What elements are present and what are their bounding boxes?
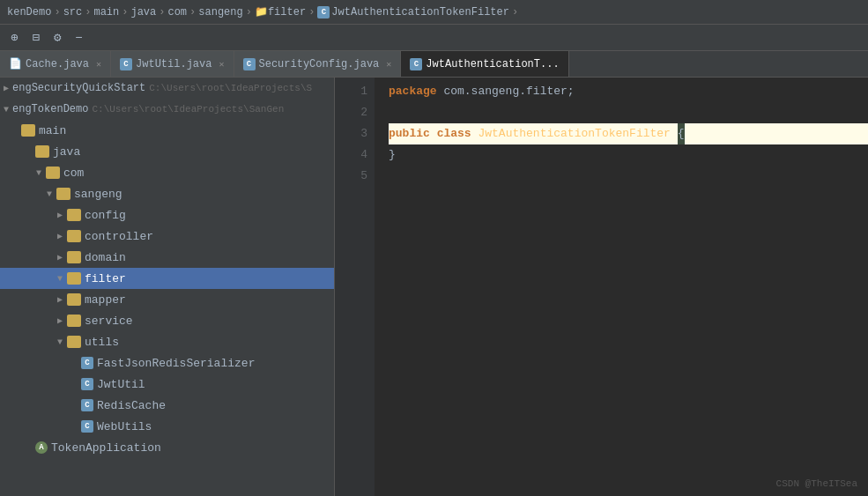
tree-item-WebUtils[interactable]: C WebUtils (0, 416, 334, 437)
folder-icon (67, 272, 81, 285)
folder-icon (67, 209, 81, 221)
tab-jwtutil[interactable]: C JwtUtil.java ✕ (111, 51, 234, 77)
tree-arrow: ▶ (53, 315, 67, 326)
split-button[interactable]: ⊟ (28, 28, 42, 47)
tab-bar: 📄 Cache.java ✕ C JwtUtil.java ✕ C Securi… (0, 51, 868, 78)
tree-label: TokenApplication (51, 441, 161, 455)
tree-item-main[interactable]: main (0, 120, 334, 141)
code-line-2 (389, 102, 868, 123)
tab-close-button[interactable]: ✕ (386, 59, 391, 70)
line-num-5: 5 (335, 166, 367, 187)
breadcrumb-item[interactable]: filter (268, 6, 306, 19)
tree-label: mapper (85, 293, 126, 307)
breadcrumb-item[interactable]: main (93, 6, 119, 19)
code-line-3: public class JwtAuthenticationTokenFilte… (389, 123, 868, 144)
line-num-1: 1 (335, 81, 367, 102)
watermark: CSDN @TheITSea (776, 478, 857, 489)
project-name-1: engSecurityQuickStart (12, 82, 145, 94)
tree-item-mapper[interactable]: ▶ mapper (0, 289, 334, 310)
project-header-1[interactable]: ▶ engSecurityQuickStart C:\Users\root\Id… (0, 78, 334, 99)
minus-button[interactable]: − (71, 29, 85, 47)
breadcrumb-sep: › (308, 6, 315, 19)
close-brace: } (389, 144, 396, 166)
breadcrumb-sep: › (122, 6, 128, 19)
tree-item-sangeng[interactable]: ▼ sangeng (0, 183, 334, 204)
project-path-1: C:\Users\root\IdeaProjects\S (149, 83, 312, 93)
sidebar[interactable]: ▶ engSecurityQuickStart C:\Users\root\Id… (0, 78, 335, 496)
globe-button[interactable]: ⊕ (7, 28, 21, 47)
tab-c-icon: C (120, 58, 132, 70)
keyword-class: class (437, 123, 471, 144)
tree-item-TokenApplication[interactable]: A TokenApplication (0, 437, 334, 458)
folder-icon (46, 167, 60, 179)
breadcrumb-bar: kenDemo › src › main › java › com › sang… (0, 0, 868, 25)
tree-item-java[interactable]: java (0, 141, 334, 162)
keyword-public: public (389, 123, 430, 144)
tree-label: main (39, 124, 66, 137)
breadcrumb-item[interactable]: sangeng (198, 6, 242, 19)
tree-item-com[interactable]: ▼ com (0, 162, 334, 183)
package-name: com.sangeng.filter; (437, 81, 575, 102)
folder-icon (67, 230, 81, 242)
tree-item-RedisCache[interactable]: C RedisCache (0, 395, 334, 416)
tree-item-controller[interactable]: ▶ controller (0, 226, 334, 247)
tab-security[interactable]: C SecurityConfig.java ✕ (234, 51, 402, 77)
project-name-2: engTokenDemo (12, 103, 88, 115)
tree-label: domain (85, 251, 126, 264)
tree-arrow: ▶ (53, 231, 67, 241)
tree-item-utils[interactable]: ▼ utils (0, 331, 334, 352)
tab-icon: 📄 (9, 57, 22, 70)
tree-arrow: ▶ (53, 294, 67, 305)
tree-item-service[interactable]: ▶ service (0, 310, 334, 331)
class-icon: C (81, 420, 93, 433)
line-num-3: 3 (335, 123, 367, 144)
folder-icon (21, 124, 35, 137)
tree-label: java (53, 145, 80, 159)
line-num-4: 4 (335, 144, 367, 166)
class-icon: C (81, 357, 93, 369)
settings-button[interactable]: ⚙ (50, 28, 64, 47)
class-icon: C (81, 399, 93, 411)
breadcrumb-item[interactable]: src (63, 6, 83, 19)
tree-label: utils (85, 336, 119, 349)
tree-label: JwtUtil (97, 378, 145, 391)
breadcrumb-folder-icon: 📁 (255, 5, 268, 19)
tree-item-JwtUtil[interactable]: C JwtUtil (0, 374, 334, 395)
tree-label: sangeng (74, 188, 122, 201)
code-area: package com.sangeng.filter; public class… (375, 78, 868, 496)
tree-item-config[interactable]: ▶ config (0, 204, 334, 226)
open-brace: { (678, 123, 685, 144)
tree-label: WebUtils (97, 420, 152, 433)
tab-close-button[interactable]: ✕ (96, 59, 101, 70)
folder-icon (67, 315, 81, 327)
tree-label: config (85, 209, 126, 222)
editor-content: 1 2 3 4 5 package com.sangeng.filter; pu… (335, 78, 868, 496)
line-numbers: 1 2 3 4 5 (335, 78, 375, 496)
project-header-2[interactable]: ▼ engTokenDemo C:\Users\root\IdeaProject… (0, 99, 334, 120)
tree-arrow: ▼ (53, 337, 67, 347)
tree-item-domain[interactable]: ▶ domain (0, 247, 334, 268)
folder-icon (35, 145, 49, 158)
breadcrumb-sep: › (85, 6, 91, 19)
tab-jwtfilter[interactable]: C JwtAuthenticationT... (401, 51, 568, 77)
breadcrumb-sep: › (159, 6, 165, 19)
class-icon: C (81, 378, 93, 390)
tab-label: JwtAuthenticationT... (426, 58, 559, 70)
toolbar: ⊕ ⊟ ⚙ − (0, 25, 868, 51)
tree-item-FastJsonRedisSerializer[interactable]: C FastJsonRedisSerializer (0, 352, 334, 374)
breadcrumb-item[interactable]: JwtAuthenticationTokenFilter (331, 6, 509, 19)
tree-label: controller (85, 230, 153, 243)
tab-cache[interactable]: 📄 Cache.java ✕ (0, 51, 111, 77)
breadcrumb-sep: › (246, 6, 252, 19)
tree-item-filter[interactable]: ▼ filter (0, 268, 334, 289)
folder-icon (67, 293, 81, 306)
breadcrumb-item[interactable]: java (130, 6, 156, 19)
breadcrumb-item[interactable]: kenDemo (7, 6, 51, 19)
tab-close-button[interactable]: ✕ (219, 59, 224, 70)
tree-label: com (63, 167, 84, 180)
tree-arrow: ▼ (53, 274, 67, 284)
breadcrumb-item[interactable]: com (167, 6, 187, 19)
breadcrumb-sep: › (54, 6, 60, 19)
tree-label: FastJsonRedisSerializer (97, 357, 255, 370)
editor[interactable]: 1 2 3 4 5 package com.sangeng.filter; pu… (335, 78, 868, 496)
